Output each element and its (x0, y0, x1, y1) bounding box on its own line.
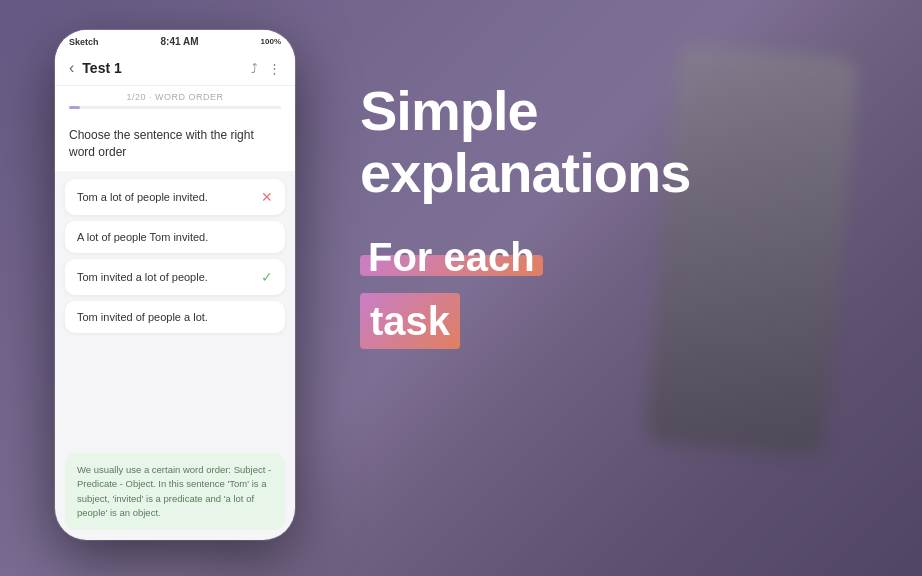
phone-mockup: Sketch 8:41 AM 100% ‹ Test 1 ⤴ ⋮ 1/20 · … (55, 30, 295, 540)
sub-line2-highlight: task (360, 293, 460, 349)
menu-icon[interactable]: ⋮ (268, 61, 281, 76)
progress-label: 1/20 · WORD ORDER (69, 92, 281, 102)
main-heading: Simple explanations (360, 80, 860, 203)
sub-line2-wrapper: task (360, 289, 860, 349)
nav-actions: ⤴ ⋮ (251, 61, 281, 76)
answer-text-1: Tom a lot of people invited. (77, 191, 261, 203)
question-area: Choose the sentence with the right word … (55, 115, 295, 171)
battery-percent: 100% (261, 37, 281, 46)
sub-line1-wrapper: For each (360, 231, 860, 283)
phone-screen: Sketch 8:41 AM 100% ‹ Test 1 ⤴ ⋮ 1/20 · … (55, 30, 295, 540)
right-content: Simple explanations For each task (360, 80, 860, 349)
back-button[interactable]: ‹ (69, 59, 74, 77)
sub-heading-block: For each task (360, 231, 860, 349)
nav-bar: ‹ Test 1 ⤴ ⋮ (55, 51, 295, 86)
answer-text-4: Tom invited of people a lot. (77, 311, 273, 323)
wrong-icon-1: ✕ (261, 189, 273, 205)
answer-text-2: A lot of people Tom invited. (77, 231, 273, 243)
answer-card-3[interactable]: Tom invited a lot of people. ✓ (65, 259, 285, 295)
correct-icon-3: ✓ (261, 269, 273, 285)
share-icon[interactable]: ⤴ (251, 61, 258, 76)
explanation-box: We usually use a certain word order: Sub… (65, 453, 285, 530)
battery-indicator: 100% (261, 37, 281, 46)
sub-line2-text: task (370, 299, 450, 343)
time-display: 8:41 AM (161, 36, 199, 47)
answers-section: Tom a lot of people invited. ✕ A lot of … (55, 171, 295, 453)
sub-line1-highlight: For each (360, 255, 543, 276)
progress-bar-fill (69, 106, 80, 109)
status-bar: Sketch 8:41 AM 100% (55, 30, 295, 51)
heading-line2: explanations (360, 141, 690, 204)
progress-section: 1/20 · WORD ORDER (55, 86, 295, 115)
progress-bar-background (69, 106, 281, 109)
test-title: Test 1 (82, 60, 251, 76)
answer-card-1[interactable]: Tom a lot of people invited. ✕ (65, 179, 285, 215)
answer-card-4[interactable]: Tom invited of people a lot. (65, 301, 285, 333)
answer-card-2[interactable]: A lot of people Tom invited. (65, 221, 285, 253)
answer-text-3: Tom invited a lot of people. (77, 271, 261, 283)
sub-line1-text: For each (368, 235, 535, 279)
heading-line1: Simple (360, 79, 538, 142)
explanation-text: We usually use a certain word order: Sub… (77, 463, 273, 520)
question-text: Choose the sentence with the right word … (69, 127, 281, 161)
signal-text: Sketch (69, 37, 99, 47)
